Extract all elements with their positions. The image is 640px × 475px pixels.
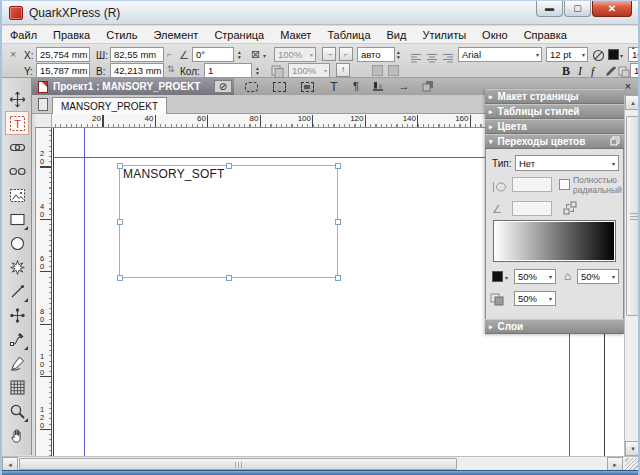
rectangle-box-tool[interactable] bbox=[5, 207, 29, 231]
type-style-button[interactable]: ƒ bbox=[590, 65, 596, 77]
oval-box-tool[interactable] bbox=[5, 231, 29, 255]
selection-handle-se[interactable] bbox=[335, 275, 341, 281]
selection-handle-s[interactable] bbox=[226, 275, 232, 281]
horizontal-scrollbar[interactable]: ◂ ▸ bbox=[2, 456, 640, 471]
picture-scale-combo[interactable]: 100%▾ bbox=[288, 63, 330, 78]
text-color-swatch[interactable] bbox=[608, 49, 619, 60]
columns-stepper[interactable]: ▴▾ bbox=[256, 63, 259, 78]
freehand-line-tool[interactable] bbox=[5, 351, 29, 375]
menu-table[interactable]: Таблица bbox=[319, 28, 378, 42]
vertical-ruler[interactable]: 20 40 60 80 100 120 bbox=[35, 128, 52, 456]
item-tool[interactable] bbox=[5, 87, 29, 111]
paragraph-button[interactable]: ¶ bbox=[347, 80, 365, 93]
leading-stepper[interactable]: ▴▾ bbox=[397, 47, 400, 62]
swap-colors-icon[interactable] bbox=[563, 201, 577, 219]
selection-handle-w[interactable] bbox=[117, 219, 123, 225]
menu-view[interactable]: Вид bbox=[379, 28, 415, 42]
document-title-bar[interactable]: Проект1 : MANSORY_PROEKT bbox=[32, 78, 234, 95]
gradient-color1-swatch[interactable] bbox=[492, 271, 503, 282]
view-scale-combo[interactable]: 100% bbox=[630, 63, 640, 78]
flip-vertical-icon[interactable]: ⇅ bbox=[167, 65, 175, 74]
shade1-combo[interactable]: 50%▾ bbox=[514, 269, 556, 284]
scroll-up-button[interactable]: ▴ bbox=[625, 95, 640, 110]
font-size-combo[interactable]: 12 pt▾ bbox=[546, 47, 588, 62]
baseline-grid-button[interactable] bbox=[369, 80, 387, 93]
cascade-button[interactable] bbox=[419, 80, 437, 93]
text-content-tool[interactable]: T bbox=[5, 111, 29, 135]
box-frame-icon[interactable]: ⊠ bbox=[251, 49, 260, 60]
menu-style[interactable]: Стиль bbox=[98, 28, 145, 42]
x-position-field[interactable]: 25,754 mm bbox=[36, 47, 90, 62]
text-mode-button[interactable]: T bbox=[325, 80, 343, 93]
rounded-textbox-button[interactable] bbox=[242, 80, 260, 93]
box-up-arrow-icon[interactable]: ↑ bbox=[336, 63, 350, 77]
box-scale-combo[interactable]: 100%▾ bbox=[274, 47, 316, 62]
align-right-icon[interactable] bbox=[442, 49, 454, 67]
menu-utilities[interactable]: Утилиты bbox=[414, 28, 474, 42]
picturebox-button[interactable] bbox=[298, 80, 316, 93]
menu-edit[interactable]: Правка bbox=[45, 28, 98, 42]
zoom-tool[interactable] bbox=[5, 399, 29, 423]
section-gradients[interactable]: ▾ Переходы цветов bbox=[485, 134, 624, 149]
scroll-left-button[interactable]: ◂ bbox=[2, 457, 18, 471]
section-colors[interactable]: ▸ Цвета bbox=[485, 119, 624, 134]
gradient-angle-field[interactable] bbox=[512, 201, 552, 216]
menu-window[interactable]: Окно bbox=[474, 28, 516, 42]
width-field[interactable]: 82,55 mm bbox=[110, 47, 164, 62]
unlinking-tool[interactable] bbox=[5, 159, 29, 183]
bold-button[interactable]: B bbox=[562, 65, 570, 77]
section-style-sheets[interactable]: ▸ Таблицы стилей bbox=[485, 104, 624, 119]
font-family-combo[interactable]: Arial▾ bbox=[458, 47, 542, 62]
selection-handle-nw[interactable] bbox=[117, 163, 123, 169]
menu-item[interactable]: Элемент bbox=[146, 28, 207, 42]
shade2-combo[interactable]: 50%▾ bbox=[577, 269, 619, 284]
selection-handle-n[interactable] bbox=[226, 163, 232, 169]
y-position-field[interactable]: 15,787 mm bbox=[36, 63, 90, 78]
section-page-layout[interactable]: ▸ Макет страницы bbox=[485, 89, 624, 104]
italic-button[interactable]: I bbox=[578, 65, 582, 77]
align-left-icon[interactable] bbox=[410, 49, 422, 67]
vertical-scroll-thumb[interactable] bbox=[626, 116, 640, 316]
next-view-button[interactable]: → bbox=[395, 80, 413, 93]
table-tool[interactable] bbox=[5, 375, 29, 399]
point-tool[interactable] bbox=[5, 303, 29, 327]
close-button[interactable]: ✕ bbox=[592, 1, 632, 17]
color1-dropdown-icon[interactable]: ▾ bbox=[505, 275, 508, 281]
columns-field[interactable]: 1 bbox=[204, 63, 252, 78]
align-center-icon[interactable] bbox=[426, 49, 438, 67]
selected-text-box[interactable]: MANSORY_SOFT bbox=[119, 165, 338, 278]
maximize-button[interactable]: ▢ bbox=[564, 1, 591, 17]
text-box-content[interactable]: MANSORY_SOFT bbox=[123, 167, 225, 181]
bezier-pen-tool[interactable] bbox=[5, 327, 29, 351]
minimize-button[interactable]: ▬ bbox=[536, 1, 563, 17]
selection-handle-ne[interactable] bbox=[335, 163, 341, 169]
layout-page-icon[interactable] bbox=[38, 98, 48, 111]
picture-content-tool[interactable] bbox=[5, 183, 29, 207]
box-frame-dropdown-icon[interactable]: ▾ bbox=[263, 53, 266, 59]
scroll-down-button[interactable]: ▾ bbox=[625, 441, 640, 456]
height-field[interactable]: 42,213 mm bbox=[110, 63, 164, 78]
layout-tab[interactable]: MANSORY_PROEKT bbox=[52, 97, 167, 114]
shade3-combo[interactable]: 50%▾ bbox=[514, 291, 556, 306]
selection-handle-sw[interactable] bbox=[117, 275, 123, 281]
box-corner-icon[interactable]: ⌐ bbox=[339, 47, 353, 61]
panel-menu-icon[interactable] bbox=[610, 136, 620, 148]
vertical-scrollbar[interactable]: ▴ ▾ bbox=[624, 95, 640, 456]
rotation-field[interactable]: 0° bbox=[192, 47, 234, 62]
resize-grip[interactable] bbox=[625, 458, 639, 470]
section-layers[interactable]: ▸ Слои bbox=[485, 319, 624, 334]
pan-tool[interactable] bbox=[5, 423, 29, 447]
no-content-mode-button[interactable]: ⊘ bbox=[214, 80, 232, 93]
rotation-stepper[interactable]: ▴▾ bbox=[238, 47, 241, 62]
line-tool[interactable] bbox=[5, 279, 29, 303]
scroll-right-button[interactable]: ▸ bbox=[607, 457, 623, 471]
title-bar[interactable]: QuarkXPress (R) ▬ ▢ ✕ bbox=[2, 1, 638, 25]
full-radial-checkbox[interactable] bbox=[559, 179, 570, 190]
radial-midpoint-field[interactable] bbox=[512, 177, 552, 192]
menu-file[interactable]: Файл bbox=[2, 28, 45, 42]
toolbar-overflow-icon[interactable]: ▴ bbox=[632, 45, 635, 50]
starburst-tool[interactable] bbox=[5, 255, 29, 279]
menu-page[interactable]: Страница bbox=[206, 28, 272, 42]
horizontal-scroll-thumb[interactable] bbox=[19, 458, 457, 470]
palette-handle-icon[interactable]: × bbox=[10, 49, 16, 60]
